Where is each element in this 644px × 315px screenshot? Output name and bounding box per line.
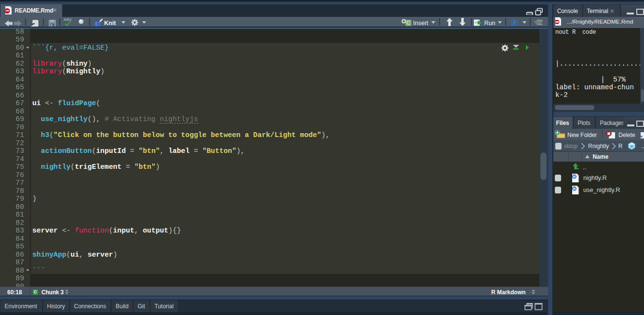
svg-text:R: R — [631, 145, 633, 148]
svg-text:Rmd: Rmd — [5, 10, 10, 12]
svg-text:R: R — [573, 187, 576, 191]
svg-text:R: R — [573, 175, 576, 179]
svg-text:C: C — [406, 20, 410, 26]
